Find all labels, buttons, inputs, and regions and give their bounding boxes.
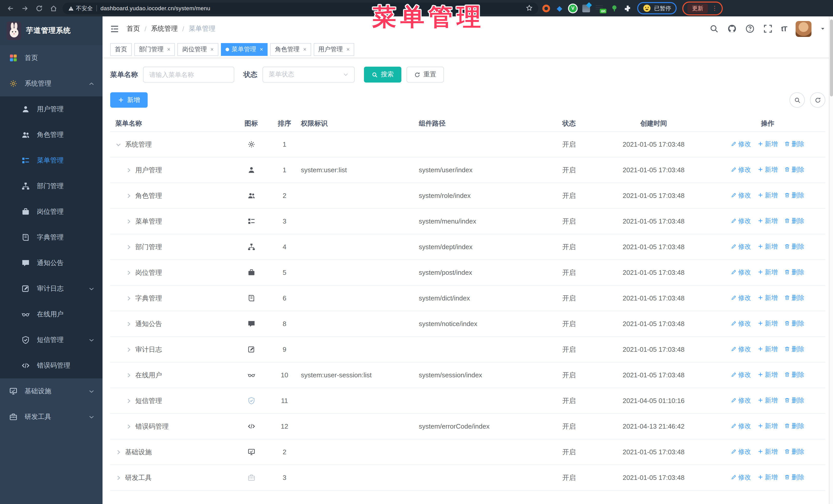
help-icon[interactable]	[745, 24, 755, 33]
row-edit-link[interactable]: 修改	[731, 396, 751, 405]
sidebar-item-errcode[interactable]: 错误码管理	[0, 353, 102, 378]
extension-tree-icon[interactable]	[611, 4, 618, 12]
row-edit-link[interactable]: 修改	[731, 268, 751, 277]
row-delete-link[interactable]: 删除	[784, 268, 804, 277]
row-edit-link[interactable]: 修改	[731, 242, 751, 251]
hamburger-icon[interactable]	[110, 24, 119, 33]
extensions-puzzle-icon[interactable]	[624, 4, 632, 12]
expand-row-caret-icon[interactable]	[115, 475, 121, 481]
expand-row-caret-icon[interactable]	[125, 423, 132, 429]
extension-grid-icon[interactable]	[582, 4, 590, 12]
browser-reload-icon[interactable]	[34, 4, 44, 12]
breadcrumb-item[interactable]: 首页	[127, 24, 140, 33]
row-delete-link[interactable]: 删除	[784, 217, 804, 225]
row-edit-link[interactable]: 修改	[731, 448, 751, 456]
extension-orange-ring-icon[interactable]	[542, 4, 550, 12]
expand-row-caret-icon[interactable]	[115, 449, 121, 455]
extension-green-v-icon[interactable]: V	[569, 4, 577, 12]
reset-button[interactable]: 重置	[406, 67, 444, 82]
close-tab-icon[interactable]: ×	[167, 46, 170, 52]
expand-row-caret-icon[interactable]	[125, 218, 132, 224]
row-add-link[interactable]: 新增	[758, 319, 778, 328]
expand-row-caret-icon[interactable]	[125, 321, 132, 327]
sidebar-item-tools[interactable]: 研发工具	[0, 404, 102, 430]
menu-name-input[interactable]	[143, 67, 234, 82]
row-add-link[interactable]: 新增	[758, 448, 778, 456]
row-add-link[interactable]: 新增	[758, 140, 778, 149]
row-edit-link[interactable]: 修改	[731, 422, 751, 431]
row-delete-link[interactable]: 删除	[784, 140, 804, 149]
expand-collapse-caret-icon[interactable]	[115, 141, 121, 147]
sidebar-item-log[interactable]: 审计日志	[0, 276, 102, 302]
row-delete-link[interactable]: 删除	[784, 473, 804, 482]
extension-switch-icon[interactable]: on	[596, 4, 605, 12]
github-icon[interactable]	[728, 24, 737, 33]
row-add-link[interactable]: 新增	[758, 371, 778, 379]
row-add-link[interactable]: 新增	[758, 396, 778, 405]
sidebar-item-post[interactable]: 岗位管理	[0, 199, 102, 224]
row-add-link[interactable]: 新增	[758, 217, 778, 225]
sidebar-item-sms[interactable]: 短信管理	[0, 327, 102, 353]
row-delete-link[interactable]: 删除	[784, 191, 804, 200]
row-delete-link[interactable]: 删除	[784, 371, 804, 379]
update-button[interactable]: 更新	[687, 3, 708, 13]
row-delete-link[interactable]: 删除	[784, 166, 804, 174]
close-tab-icon[interactable]: ×	[347, 46, 350, 52]
expand-row-caret-icon[interactable]	[125, 398, 132, 404]
expand-row-caret-icon[interactable]	[125, 193, 132, 199]
browser-home-icon[interactable]	[48, 4, 58, 12]
sidebar-item-menu[interactable]: 菜单管理	[0, 148, 102, 173]
bookmark-star-icon[interactable]	[526, 4, 532, 12]
row-delete-link[interactable]: 删除	[784, 242, 804, 251]
tab-岗位管理[interactable]: 岗位管理×	[177, 43, 218, 56]
expand-row-caret-icon[interactable]	[125, 346, 132, 353]
row-edit-link[interactable]: 修改	[731, 473, 751, 482]
refresh-table-button[interactable]	[810, 92, 825, 108]
row-edit-link[interactable]: 修改	[731, 217, 751, 225]
sidebar-item-user[interactable]: 用户管理	[0, 96, 102, 122]
search-button[interactable]: 搜索	[364, 67, 401, 82]
row-delete-link[interactable]: 删除	[784, 396, 804, 405]
scrollbar-thumb[interactable]	[830, 20, 833, 96]
browser-menu-kebab-icon[interactable]: ⋮	[712, 6, 718, 11]
chevron-down-icon[interactable]	[820, 26, 825, 31]
sidebar-item-home[interactable]: 首页	[0, 45, 102, 71]
row-add-link[interactable]: 新增	[758, 473, 778, 482]
sidebar-item-role[interactable]: 角色管理	[0, 122, 102, 148]
expand-row-caret-icon[interactable]	[125, 295, 132, 301]
user-avatar[interactable]	[795, 21, 811, 37]
row-add-link[interactable]: 新增	[758, 191, 778, 200]
sidebar-item-dept[interactable]: 部门管理	[0, 173, 102, 199]
row-edit-link[interactable]: 修改	[731, 140, 751, 149]
row-add-link[interactable]: 新增	[758, 422, 778, 431]
status-select[interactable]: 菜单状态	[262, 67, 355, 82]
extension-gem-icon[interactable]: ◆	[556, 4, 563, 12]
row-add-link[interactable]: 新增	[758, 166, 778, 174]
row-add-link[interactable]: 新增	[758, 268, 778, 277]
tab-角色管理[interactable]: 角色管理×	[270, 43, 311, 56]
tab-菜单管理[interactable]: 菜单管理×	[221, 43, 268, 56]
row-edit-link[interactable]: 修改	[731, 371, 751, 379]
row-add-link[interactable]: 新增	[758, 345, 778, 354]
row-delete-link[interactable]: 删除	[784, 422, 804, 431]
row-edit-link[interactable]: 修改	[731, 319, 751, 328]
sidebar-item-system[interactable]: 系统管理	[0, 71, 102, 96]
search-icon[interactable]	[710, 24, 719, 33]
close-tab-icon[interactable]: ×	[260, 46, 263, 52]
row-delete-link[interactable]: 删除	[784, 294, 804, 303]
font-size-icon[interactable]: tT	[781, 25, 787, 33]
sidebar-item-notice[interactable]: 通知公告	[0, 250, 102, 276]
row-add-link[interactable]: 新增	[758, 242, 778, 251]
expand-row-caret-icon[interactable]	[125, 244, 132, 250]
row-edit-link[interactable]: 修改	[731, 191, 751, 200]
row-edit-link[interactable]: 修改	[731, 166, 751, 174]
close-tab-icon[interactable]: ×	[303, 46, 307, 52]
profile-paused-chip[interactable]: 已暂停	[643, 4, 671, 12]
tab-首页[interactable]: 首页	[110, 43, 132, 56]
row-edit-link[interactable]: 修改	[731, 345, 751, 354]
row-edit-link[interactable]: 修改	[731, 294, 751, 303]
breadcrumb-item[interactable]: 系统管理	[151, 24, 177, 33]
sidebar-item-online[interactable]: 在线用户	[0, 302, 102, 327]
expand-row-caret-icon[interactable]	[125, 372, 132, 378]
sidebar-item-infra[interactable]: 基础设施	[0, 378, 102, 404]
